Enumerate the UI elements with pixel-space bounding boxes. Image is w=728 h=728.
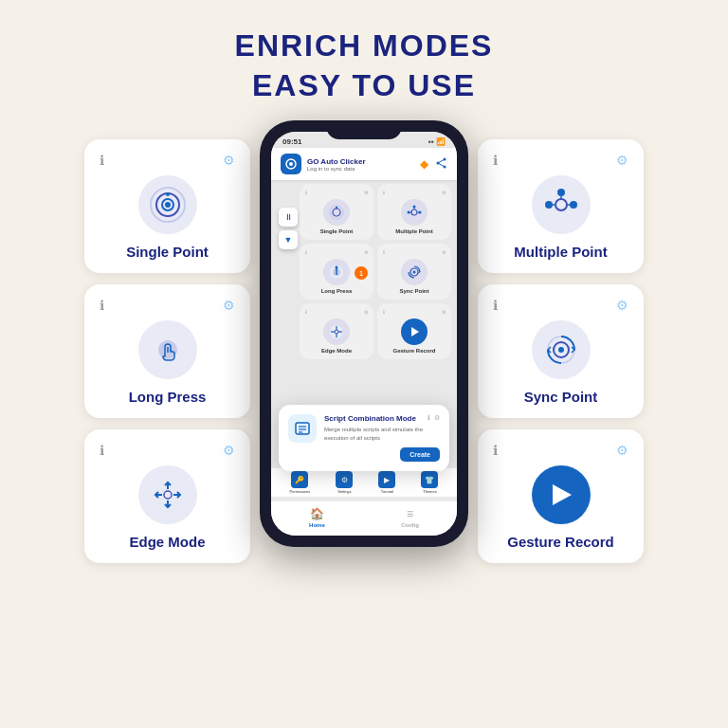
nav-home[interactable]: 🏠 Home xyxy=(309,507,325,528)
svg-point-24 xyxy=(336,207,337,209)
long-press-label: Long Press xyxy=(129,389,207,405)
svg-marker-44 xyxy=(411,327,419,337)
svg-line-20 xyxy=(438,159,445,163)
phone-long-label: Long Press xyxy=(321,288,353,294)
svg-point-37 xyxy=(413,271,416,274)
svg-point-57 xyxy=(558,347,564,353)
script-icon xyxy=(288,414,317,443)
phone-multiple-label: Multiple Point xyxy=(395,228,432,234)
menu-permissions[interactable]: 🔑 Permissions xyxy=(290,471,311,494)
long-press-icon-wrap xyxy=(138,320,197,379)
script-popup-desc: Merge multiple scripts and simulate the … xyxy=(324,426,440,442)
card-sync-point[interactable]: ℹ ⚙ Sync Point xyxy=(478,284,644,418)
page-header: ENRICH MODES EASY TO USE xyxy=(235,0,494,120)
phone-gesture-record[interactable]: ℹ⚙ Gesture Record xyxy=(377,303,451,359)
config-label: Config xyxy=(401,522,419,528)
info-icon-edge[interactable]: ℹ xyxy=(100,443,104,458)
script-combo-popup[interactable]: Script Combination Mode ℹ ⚙ Merge multip… xyxy=(279,405,449,471)
multiple-point-label: Multiple Point xyxy=(514,244,607,260)
single-point-icon-wrap xyxy=(138,175,197,234)
gear-icon-long[interactable]: ⚙ xyxy=(223,298,235,313)
diamond-icon: ◆ xyxy=(420,157,428,171)
config-icon: ≡ xyxy=(407,507,413,520)
gear-icon-sync[interactable]: ⚙ xyxy=(616,298,628,313)
gear-icon-edge[interactable]: ⚙ xyxy=(223,443,235,458)
phone-signal: ▪▪ 📶 xyxy=(428,137,446,146)
app-title: GO Auto Clicker xyxy=(307,157,366,166)
menu-themes[interactable]: 👕 Themes xyxy=(421,471,438,494)
badge-number: 1 xyxy=(355,266,368,280)
phone-time: 09:51 xyxy=(282,137,301,146)
menu-settings[interactable]: ⚙ Settings xyxy=(336,471,353,494)
info-icon-long[interactable]: ℹ xyxy=(100,298,104,313)
card-edge-mode[interactable]: ℹ ⚙ Edge Mode xyxy=(84,429,250,563)
phone-edge-label: Edge Mode xyxy=(321,348,352,354)
info-icon-popup[interactable]: ℹ xyxy=(428,414,430,422)
sync-point-label: Sync Point xyxy=(524,389,598,405)
single-point-icon xyxy=(148,185,188,225)
svg-line-21 xyxy=(438,163,445,167)
tutorial-icon: ▶ xyxy=(378,471,395,488)
home-label: Home xyxy=(309,522,325,528)
gesture-record-icon xyxy=(547,481,575,509)
gesture-record-icon-wrap xyxy=(532,465,591,524)
phone-screen: 09:51 ▪▪ 📶 GO Auto Clicker xyxy=(271,132,457,536)
card-long-press[interactable]: ℹ ⚙ Long Press xyxy=(84,284,250,418)
gear-icon-multiple[interactable]: ⚙ xyxy=(616,153,628,168)
phone-single-point[interactable]: ℹ⚙ Single Point xyxy=(300,184,373,240)
phone-sync-point[interactable]: ℹ⚙ Sync Point xyxy=(377,244,451,300)
info-icon-gesture[interactable]: ℹ xyxy=(493,443,498,458)
script-popup-header: Script Combination Mode ℹ ⚙ xyxy=(324,414,440,423)
create-button[interactable]: Create xyxy=(400,447,440,462)
edge-mode-icon xyxy=(148,475,188,515)
script-popup-content: Script Combination Mode ℹ ⚙ Merge multip… xyxy=(324,414,440,462)
info-icon-single[interactable]: ℹ xyxy=(100,153,104,168)
phone-sync-icon xyxy=(401,259,428,285)
long-press-icon xyxy=(148,330,188,370)
themes-icon: 👕 xyxy=(421,471,438,488)
phone-notch xyxy=(326,120,402,139)
multiple-point-icon-wrap xyxy=(532,175,591,234)
app-logo xyxy=(281,154,301,174)
svg-point-16 xyxy=(289,162,293,166)
script-popup-title: Script Combination Mode xyxy=(324,414,416,423)
phone-edge-icon xyxy=(323,318,350,345)
app-header-left: GO Auto Clicker Log in to sync data xyxy=(281,154,366,174)
gear-icon-popup[interactable]: ⚙ xyxy=(434,414,440,422)
svg-point-23 xyxy=(333,209,340,216)
svg-point-35 xyxy=(336,266,338,269)
app-title-area: GO Auto Clicker Log in to sync data xyxy=(307,157,366,172)
edge-mode-icon-wrap xyxy=(138,465,197,524)
phone-single-icon xyxy=(323,199,350,226)
card-multiple-point[interactable]: ℹ ⚙ Multiple Point xyxy=(478,139,644,273)
svg-point-25 xyxy=(411,209,417,215)
card-gesture-record[interactable]: ℹ ⚙ Gesture Record xyxy=(478,429,644,563)
phone-bottom-nav: 🏠 Home ≡ Config xyxy=(271,500,457,536)
themes-label: Themes xyxy=(423,489,436,494)
gear-icon-single[interactable]: ⚙ xyxy=(223,153,235,168)
sync-point-icon xyxy=(541,330,581,370)
phone-multiple-point[interactable]: ℹ⚙ Multiple P xyxy=(377,184,451,240)
home-icon: 🏠 xyxy=(310,507,324,520)
pause-button[interactable]: ⏸ xyxy=(279,208,298,227)
app-header-right: ◆ xyxy=(420,157,447,171)
share-icon xyxy=(436,157,447,171)
phone-gesture-icon xyxy=(401,318,428,345)
phone-side-control: ⏸ ▼ xyxy=(279,208,298,249)
phone-single-label: Single Point xyxy=(320,228,354,234)
info-icon-sync[interactable]: ℹ xyxy=(493,298,498,313)
menu-tutorial[interactable]: ▶ Tutorial xyxy=(378,471,395,494)
tutorial-label: Tutorial xyxy=(381,489,393,494)
edge-mode-label: Edge Mode xyxy=(129,534,205,550)
expand-button[interactable]: ▼ xyxy=(279,230,298,249)
settings-icon: ⚙ xyxy=(336,471,353,488)
phone-edge-mode[interactable]: ℹ⚙ Edge Mode xyxy=(300,303,373,359)
card-single-point[interactable]: ℹ ⚙ Single Point xyxy=(84,139,250,273)
info-icon-multiple[interactable]: ℹ xyxy=(493,153,498,168)
phone-long-press[interactable]: ℹ⚙ Long Press 1 xyxy=(300,244,373,300)
phone-body: 09:51 ▪▪ 📶 GO Auto Clicker xyxy=(260,120,468,547)
nav-config[interactable]: ≡ Config xyxy=(401,507,419,528)
gear-icon-gesture[interactable]: ⚙ xyxy=(616,443,628,458)
phone-gesture-label: Gesture Record xyxy=(392,348,435,354)
phone-multiple-icon xyxy=(401,199,428,226)
